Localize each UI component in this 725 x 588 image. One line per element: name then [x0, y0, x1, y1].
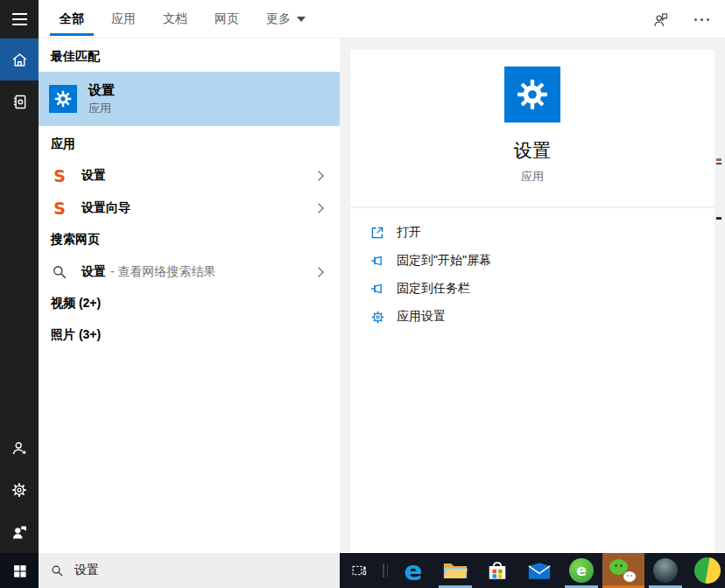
preview-panel: 设置 应用 打开 固定到"开始"屏幕	[350, 50, 714, 552]
preview-title: 设置	[350, 138, 714, 163]
best-match-text: 设置 应用	[88, 81, 115, 116]
action-pin-to-taskbar[interactable]: 固定到任务栏	[350, 275, 714, 303]
tab-more[interactable]: 更多	[257, 0, 315, 38]
rail-feedback-button[interactable]	[0, 511, 39, 553]
best-match-subtitle: 应用	[88, 101, 115, 116]
feedback-icon[interactable]	[651, 10, 670, 29]
tab-documents-label: 文档	[163, 11, 187, 27]
web-suffix: - 查看网络搜索结果	[110, 264, 216, 280]
preview-actions: 打开 固定到"开始"屏幕 固定到任务栏	[350, 208, 714, 331]
web-section-header: 搜索网页	[39, 224, 340, 256]
hamburger-icon	[12, 13, 27, 25]
photos-section-header[interactable]: 照片 (3+)	[39, 319, 340, 351]
more-options-icon[interactable]	[691, 15, 713, 24]
store-icon	[487, 559, 508, 583]
app-result-settings[interactable]: S 设置	[39, 159, 340, 192]
tab-web-label: 网页	[215, 11, 239, 27]
action-pin-to-start[interactable]: 固定到"开始"屏幕	[350, 247, 714, 275]
edge-window-artifact	[716, 158, 721, 161]
taskbar-mail-button[interactable]	[518, 553, 560, 588]
videos-section-header[interactable]: 视频 (2+)	[39, 288, 340, 319]
chevron-right-icon	[313, 203, 323, 213]
tab-documents[interactable]: 文档	[153, 0, 197, 38]
gear-icon	[53, 89, 73, 108]
open-icon	[370, 225, 385, 241]
edge-window-artifact	[716, 217, 721, 220]
best-match-header: 最佳匹配	[39, 38, 340, 72]
tab-more-label: 更多	[266, 11, 291, 27]
app-result-settings-wizard[interactable]: S 设置向导	[39, 192, 340, 224]
hamburger-menu-button[interactable]	[0, 0, 39, 38]
tab-all-label: 全部	[60, 11, 84, 27]
rail-home-button[interactable]	[0, 38, 39, 80]
taskbar-store-button[interactable]	[476, 553, 518, 588]
settings-wizard-app-icon: S	[51, 200, 68, 217]
edge-window-artifact	[716, 163, 721, 164]
gear-icon	[515, 77, 550, 112]
browser-360-icon: e	[569, 558, 594, 583]
tab-web[interactable]: 网页	[205, 0, 249, 38]
search-rail	[0, 38, 39, 553]
web-query: 设置	[81, 264, 106, 280]
topbar-actions	[651, 0, 713, 38]
action-label: 固定到"开始"屏幕	[397, 253, 491, 269]
taskbar-edge-button[interactable]: e	[392, 553, 434, 588]
best-match-title: 设置	[88, 81, 115, 98]
chevron-right-icon	[313, 171, 323, 180]
settings-tile-icon	[49, 85, 77, 113]
taskbar-wechat-button[interactable]	[602, 553, 644, 588]
tab-apps[interactable]: 应用	[102, 0, 145, 38]
best-match-result[interactable]: 设置 应用	[39, 72, 340, 126]
journal-icon	[11, 93, 29, 111]
result-label: 设置	[81, 168, 106, 184]
mail-icon	[527, 561, 552, 581]
apps-section-header: 应用	[39, 126, 340, 159]
file-explorer-icon	[442, 560, 468, 582]
feedback-person-icon	[11, 523, 29, 542]
preview-subtitle: 应用	[350, 169, 714, 185]
settings-big-tile-icon	[504, 66, 560, 122]
web-search-result[interactable]: 设置 - 查看网络搜索结果	[39, 256, 340, 288]
tab-apps-label: 应用	[111, 11, 136, 27]
action-app-settings[interactable]: 应用设置	[350, 303, 714, 331]
action-label: 应用设置	[397, 309, 446, 325]
pin-icon	[370, 281, 385, 297]
action-open[interactable]: 打开	[350, 219, 714, 247]
gear-icon	[370, 309, 385, 325]
edge-icon: e	[404, 557, 422, 584]
pin-icon	[370, 253, 385, 269]
windows-search-flyout: 全部 应用 文档 网页 更多	[0, 0, 725, 588]
gear-icon	[11, 481, 28, 499]
taskbar-search-box[interactable]: 设置	[39, 553, 340, 588]
media-app-icon	[694, 557, 721, 584]
taskbar-file-explorer-button[interactable]	[434, 553, 476, 588]
separator-bars-icon	[383, 564, 388, 578]
taskbar: 设置 e	[0, 553, 725, 588]
taskbar-separator	[378, 553, 392, 588]
filter-tabs: 全部 应用 文档 网页 更多	[50, 0, 323, 38]
search-icon	[51, 263, 68, 281]
rail-account-button[interactable]	[0, 427, 39, 469]
action-label: 固定到任务栏	[397, 281, 470, 297]
chevron-right-icon	[313, 267, 323, 276]
taskbar-media-app-button[interactable]	[686, 553, 725, 588]
settings-app-icon: S	[51, 167, 68, 185]
start-button[interactable]	[0, 553, 39, 588]
home-icon	[11, 51, 29, 69]
rail-journal-button[interactable]	[0, 80, 39, 122]
add-user-icon	[11, 439, 29, 458]
tab-all[interactable]: 全部	[50, 0, 94, 38]
taskbar-avatar-app-button[interactable]	[644, 553, 686, 588]
search-results-panel: 最佳匹配	[39, 38, 340, 552]
windows-logo-icon	[12, 564, 27, 578]
wechat-icon	[609, 559, 637, 582]
search-filter-bar: 全部 应用 文档 网页 更多	[0, 0, 725, 38]
rail-bottom-group	[0, 427, 39, 553]
taskbar-browser360-button[interactable]: e	[560, 553, 602, 588]
task-view-button[interactable]	[340, 553, 378, 588]
result-label: 设置向导	[81, 200, 130, 216]
task-view-icon	[349, 561, 369, 580]
rail-settings-button[interactable]	[0, 469, 39, 511]
taskbar-search-value: 设置	[74, 563, 99, 578]
search-icon	[50, 564, 65, 578]
